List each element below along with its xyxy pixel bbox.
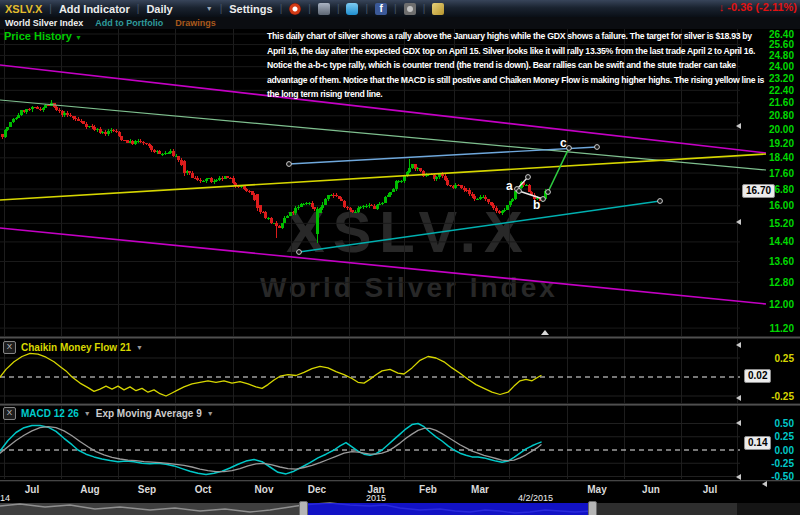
- price-axis-label: 20.80: [744, 110, 794, 121]
- year-label-2014: 14: [0, 493, 10, 503]
- chevron-down-icon[interactable]: ▼: [84, 410, 91, 417]
- wave-label-a[interactable]: a: [506, 179, 513, 193]
- last-price-box: 16.70: [742, 184, 775, 198]
- price-axis-label: 16.00: [744, 200, 794, 211]
- chevron-down-icon[interactable]: ▼: [206, 5, 213, 12]
- facebook-icon[interactable]: [375, 3, 387, 15]
- month-label: Jul: [25, 484, 39, 495]
- axis-marker-icon: [736, 395, 741, 401]
- axis-marker-icon: [736, 219, 741, 225]
- month-label: May: [587, 484, 606, 495]
- resistance-seafoam: [0, 100, 766, 170]
- wave-label-b[interactable]: b: [533, 198, 540, 212]
- cmf-line: [0, 353, 541, 396]
- chevron-down-icon[interactable]: ▼: [207, 410, 214, 417]
- month-label: Jul: [703, 484, 717, 495]
- price-axis-label: 19.20: [744, 138, 794, 149]
- price-axis-label: 12.80: [744, 277, 794, 288]
- toolbar-separator: |: [423, 3, 426, 14]
- macd-panel-title[interactable]: MACD 12 26: [21, 408, 79, 419]
- macd-axis-label: 0.50: [744, 418, 794, 429]
- toolbar-separator: |: [394, 3, 397, 14]
- scrollbar-left-handle[interactable]: [299, 501, 308, 515]
- upper-cyan-line: [289, 147, 597, 164]
- toolbar-separator: |: [365, 3, 368, 14]
- ema-panel-title[interactable]: Exp Moving Average 9: [96, 408, 202, 419]
- toolbar-separator: |: [280, 3, 283, 14]
- month-label: Aug: [80, 484, 99, 495]
- price-axis-label: 17.60: [744, 168, 794, 179]
- cmf-axis-label: -0.25: [744, 391, 794, 402]
- settings-button[interactable]: Settings: [229, 3, 272, 15]
- watermark-name: World Silver Index: [260, 272, 558, 304]
- price-axis-label: 12.00: [744, 299, 794, 310]
- toolbar-separator: |: [49, 3, 52, 14]
- date-marker-icon: [541, 330, 549, 335]
- macd-signal-line: [0, 427, 541, 472]
- note-icon[interactable]: [432, 3, 444, 15]
- symbol-name-label: World Silver Index: [5, 18, 83, 28]
- wave-label-c[interactable]: c: [560, 136, 567, 150]
- toolbar-separator: |: [308, 3, 311, 14]
- scrollbar-selected-range[interactable]: [303, 503, 592, 515]
- macd-value-box: 0.14: [744, 436, 771, 450]
- axis-marker-icon: [736, 474, 741, 480]
- chevron-down-icon: ▼: [75, 34, 82, 41]
- scrollbar-track-end: [737, 503, 800, 515]
- drawings-link[interactable]: Drawings: [175, 18, 216, 28]
- axis-marker-icon: [736, 420, 741, 426]
- month-label: Feb: [419, 484, 437, 495]
- price-axis-label: 18.40: [744, 152, 794, 163]
- month-label: Jun: [642, 484, 660, 495]
- month-label: Nov: [255, 484, 274, 495]
- scrollbar-track-left[interactable]: [0, 503, 303, 515]
- toolbar-separator: |: [137, 3, 140, 14]
- projection-green-line: [548, 148, 569, 192]
- price-history-dropdown[interactable]: Price History ▼: [4, 30, 82, 42]
- main-toolbar: XSLV.X | Add Indicator | Daily ▼ | Setti…: [0, 0, 800, 17]
- month-label: Mar: [471, 484, 489, 495]
- long-term-yellow: [0, 154, 766, 200]
- month-label: Oct: [195, 484, 212, 495]
- camera-icon[interactable]: [404, 3, 416, 15]
- cmf-panel-title[interactable]: Chaikin Money Flow 21: [21, 342, 131, 353]
- scrollbar-right-handle[interactable]: [588, 501, 597, 515]
- scrollbar-track-right[interactable]: [592, 503, 737, 515]
- symbol-info-bar: World Silver Index Add to Portfolio Draw…: [0, 17, 800, 29]
- cmf-axis-label: 0.25: [744, 353, 794, 364]
- macd-line: [0, 424, 541, 475]
- price-axis-label: 13.60: [744, 256, 794, 267]
- macd-axis-label: -0.50: [744, 471, 794, 482]
- chart-note-text: This daily chart of silver shows a rally…: [267, 29, 769, 102]
- add-to-portfolio-link[interactable]: Add to Portfolio: [95, 18, 163, 28]
- price-axis-label: 15.20: [744, 218, 794, 229]
- toolbar-separator: |: [220, 3, 223, 14]
- axis-marker-icon: [736, 123, 741, 129]
- toolbar-separator: |: [337, 3, 340, 14]
- price-change-text: -0.36 (-2.11%): [727, 1, 797, 13]
- month-label: Jan: [367, 484, 384, 495]
- cmf-close-button[interactable]: X: [3, 341, 16, 354]
- add-indicator-button[interactable]: Add Indicator: [59, 3, 130, 15]
- month-label: Sep: [138, 484, 156, 495]
- cmf-value-box: 0.02: [744, 369, 771, 383]
- cmf-panel-header: X Chaikin Money Flow 21 ▼: [3, 341, 143, 354]
- twitter-icon[interactable]: [346, 3, 358, 15]
- chevron-down-icon[interactable]: ▼: [136, 344, 143, 351]
- last-date-label: 4/2/2015: [518, 493, 553, 503]
- down-arrow-icon: ↓: [719, 1, 725, 13]
- symbol-button[interactable]: XSLV.X: [5, 3, 42, 15]
- trading-app-window: XSLV.X | Add Indicator | Daily ▼ | Setti…: [0, 0, 800, 515]
- macd-axis-label: -0.25: [744, 458, 794, 469]
- print-icon[interactable]: [318, 3, 330, 15]
- price-axis-label: 20.00: [744, 124, 794, 135]
- price-change-badge: ↓ -0.36 (-2.11%): [719, 1, 797, 13]
- macd-panel-header: X MACD 12 26 ▼ Exp Moving Average 9 ▼: [3, 407, 214, 420]
- watermark-symbol: XSLV.X: [286, 198, 531, 265]
- axis-marker-icon: [736, 342, 741, 348]
- month-label: Dec: [308, 484, 326, 495]
- alarm-icon[interactable]: [289, 3, 301, 15]
- macd-close-button[interactable]: X: [3, 407, 16, 420]
- price-axis-label: 11.20: [744, 323, 794, 334]
- timeframe-dropdown[interactable]: Daily: [146, 3, 172, 15]
